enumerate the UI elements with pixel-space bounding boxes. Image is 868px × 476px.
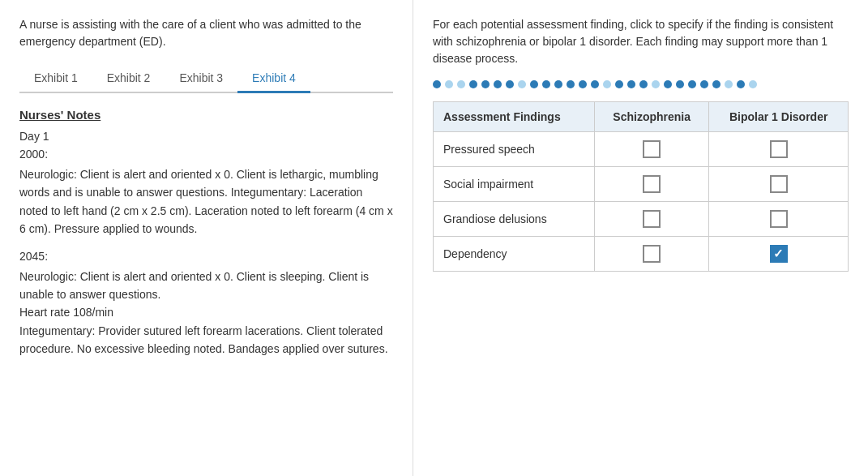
cb-pressured-bipolar[interactable]: [709, 132, 849, 167]
col-header-bipolar: Bipolar 1 Disorder: [709, 102, 849, 132]
cb-social-bipolar[interactable]: [709, 167, 849, 202]
tab-exhibit-1[interactable]: Exhibit 1: [19, 65, 92, 93]
left-panel: A nurse is assisting with the care of a …: [0, 0, 413, 476]
right-intro: For each potential assessment finding, c…: [433, 16, 849, 67]
notes-title: Nurses' Notes: [19, 108, 393, 122]
table-row: Pressured speech: [434, 132, 849, 167]
checkbox-dependency-schizophrenia[interactable]: [643, 245, 661, 263]
dot-25: [725, 80, 733, 88]
note-text-2045: Neurologic: Client is alert and oriented…: [19, 268, 393, 358]
dot-22: [688, 80, 696, 88]
checkbox-pressured-schizophrenia[interactable]: [643, 140, 661, 158]
dot-11: [554, 80, 562, 88]
right-panel: For each potential assessment finding, c…: [413, 0, 868, 476]
dots-row: [433, 80, 849, 88]
finding-dependency: Dependency: [434, 237, 595, 272]
tabs-container: Exhibit 1 Exhibit 2 Exhibit 3 Exhibit 4: [19, 65, 393, 93]
checkbox-dependency-bipolar[interactable]: [770, 245, 788, 263]
tab-exhibit-3[interactable]: Exhibit 3: [165, 65, 237, 93]
tab-exhibit-2[interactable]: Exhibit 2: [92, 65, 165, 93]
checkbox-pressured-bipolar[interactable]: [770, 140, 788, 158]
cb-dependency-bipolar[interactable]: [709, 237, 849, 272]
table-row: Grandiose delusions: [434, 202, 849, 237]
cb-grandiose-schizophrenia[interactable]: [594, 202, 708, 237]
dot-13: [579, 80, 587, 88]
dot-14: [591, 80, 599, 88]
dot-24: [712, 80, 720, 88]
assessment-table: Assessment Findings Schizophrenia Bipola…: [433, 101, 849, 272]
dot-5: [481, 80, 490, 88]
checkbox-grandiose-schizophrenia[interactable]: [643, 210, 661, 228]
dot-26: [737, 80, 745, 88]
dot-1: [433, 80, 441, 88]
col-header-findings: Assessment Findings: [434, 102, 595, 132]
dot-10: [542, 80, 550, 88]
time-2000: 2000:: [19, 148, 393, 161]
intro-text: A nurse is assisting with the care of a …: [19, 16, 393, 50]
dot-23: [700, 80, 708, 88]
cb-dependency-schizophrenia[interactable]: [594, 237, 708, 272]
cb-social-schizophrenia[interactable]: [594, 167, 708, 202]
note-text-2000: Neurologic: Client is alert and oriented…: [19, 165, 393, 238]
checkbox-grandiose-bipolar[interactable]: [770, 210, 788, 228]
dot-3: [457, 80, 465, 88]
cb-pressured-schizophrenia[interactable]: [594, 132, 708, 167]
dot-9: [530, 80, 538, 88]
tab-exhibit-4[interactable]: Exhibit 4: [237, 65, 310, 93]
finding-pressured-speech: Pressured speech: [434, 132, 595, 167]
dot-8: [518, 80, 526, 88]
table-row: Social impairment: [434, 167, 849, 202]
dot-20: [664, 80, 672, 88]
dot-21: [676, 80, 684, 88]
finding-social-impairment: Social impairment: [434, 167, 595, 202]
col-header-schizophrenia: Schizophrenia: [594, 102, 708, 132]
time-2045: 2045:: [19, 250, 393, 263]
dot-18: [639, 80, 648, 88]
dot-15: [603, 80, 611, 88]
checkbox-social-bipolar[interactable]: [770, 175, 788, 193]
table-row: Dependency: [434, 237, 849, 272]
dot-2: [445, 80, 453, 88]
dot-16: [615, 80, 623, 88]
day-label: Day 1: [19, 130, 393, 143]
dot-4: [469, 80, 477, 88]
dot-17: [627, 80, 635, 88]
dot-19: [652, 80, 660, 88]
dot-27: [749, 80, 757, 88]
cb-grandiose-bipolar[interactable]: [709, 202, 849, 237]
dot-12: [567, 80, 575, 88]
dot-6: [494, 80, 502, 88]
checkbox-social-schizophrenia[interactable]: [643, 175, 661, 193]
finding-grandiose-delusions: Grandiose delusions: [434, 202, 595, 237]
dot-7: [506, 80, 514, 88]
